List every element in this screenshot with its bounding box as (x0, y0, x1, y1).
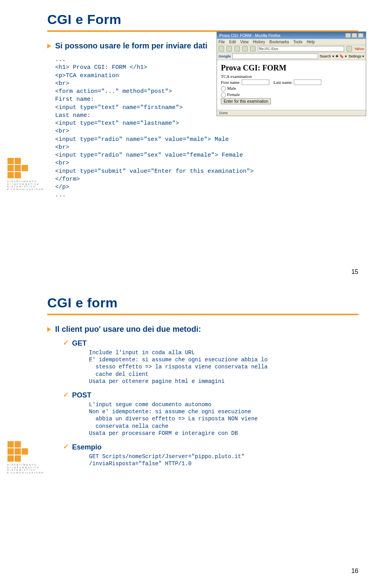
page-h1: Prova CGI: FORM (221, 63, 362, 72)
settings-button[interactable]: Settings ▾ (348, 54, 364, 58)
female-row: Female (221, 92, 362, 98)
browser-viewport: Prova CGI: FORM TCA examination First na… (217, 60, 366, 110)
name-row: First name: Last name: (221, 80, 362, 85)
menu-view[interactable]: View (240, 40, 249, 44)
logo-text: D I P A R T I M E N T O D I I N F O R M … (7, 180, 35, 190)
google-label: Google (219, 54, 231, 58)
check-icon: ✓ (63, 339, 69, 346)
stop-icon[interactable] (242, 46, 248, 52)
get-section: ✓ GET Include l'input in coda alla URL E… (63, 339, 358, 385)
menu-edit[interactable]: Edit (229, 40, 236, 44)
male-radio[interactable] (221, 86, 226, 91)
forward-icon[interactable] (226, 46, 232, 52)
example-section: ✓ Esempio GET Scripts/nomeScript/Jserver… (63, 443, 358, 467)
home-icon[interactable] (250, 46, 256, 52)
bullet-text: Si possono usare le form per inviare dat… (55, 41, 208, 50)
browser-statusbar: Done (217, 110, 366, 116)
post-label: POST (72, 391, 91, 399)
menu-file[interactable]: File (219, 40, 225, 44)
slide-title: CGI e form (47, 295, 358, 315)
male-label: Male (227, 86, 236, 91)
browser-menubar: File Edit View History Bookmarks Tools H… (217, 39, 366, 45)
post-section: ✓ POST L'input segue come documento auto… (63, 391, 358, 437)
menu-history[interactable]: History (253, 40, 265, 44)
maximize-icon[interactable]: □ (352, 33, 357, 38)
first-name-label: First name: (221, 80, 241, 85)
first-name-input[interactable] (242, 80, 269, 85)
bullet-text: Il client puo' usare uno dei due metodi: (55, 325, 201, 334)
slide-1: CGI e Form Si possono usare le form per … (0, 0, 378, 283)
reload-icon[interactable] (234, 46, 240, 52)
triangle-bullet-icon (47, 44, 51, 48)
slide-title: CGI e Form (47, 12, 358, 32)
menu-bookmarks[interactable]: Bookmarks (269, 40, 289, 44)
tca-text: TCA examination (221, 74, 362, 79)
google-toolbar: Google Search ▾ ✚ 🔖 ▾ Settings ▾ (217, 53, 366, 60)
back-icon[interactable] (219, 46, 224, 52)
example-label: Esempio (72, 443, 102, 451)
post-body: L'input segue come documento autonomo No… (89, 401, 358, 437)
triangle-bullet-icon (47, 327, 51, 332)
example-body: GET Scripts/nomeScript/Jserver="pippo.pl… (89, 453, 358, 467)
get-body: Include l'input in coda alla URL E' idem… (89, 349, 358, 385)
go-icon[interactable] (346, 46, 352, 52)
female-label: Female (227, 92, 240, 97)
search-button[interactable]: Search (320, 54, 331, 58)
close-icon[interactable]: × (358, 33, 363, 38)
main-bullet: Il client puo' usare uno dei due metodi: (47, 325, 358, 334)
minimize-icon[interactable]: _ (345, 33, 351, 38)
last-name-label: Last name: (274, 80, 293, 85)
url-text: file:///C:/Doc (259, 47, 278, 51)
submit-button[interactable]: Enter for this examination (221, 98, 271, 104)
disco-logo: D I P A R T I M E N T O D I I N F O R M … (7, 441, 35, 488)
google-search-input[interactable] (232, 54, 318, 59)
url-bar[interactable]: file:///C:/Doc (258, 46, 344, 52)
browser-screenshot: Prova CGI: FORM - Mozilla Firefox _ □ × … (217, 31, 366, 116)
menu-tools[interactable]: Tools (293, 40, 302, 44)
last-name-input[interactable] (294, 80, 321, 85)
female-radio[interactable] (221, 92, 226, 98)
menu-help[interactable]: Help (307, 40, 315, 44)
disco-logo: D I P A R T I M E N T O D I I N F O R M … (7, 157, 35, 205)
page-number: 16 (351, 568, 358, 575)
get-bullet: ✓ GET (63, 339, 358, 348)
example-bullet: ✓ Esempio (63, 443, 358, 451)
browser-title: Prova CGI: FORM - Mozilla Firefox (219, 33, 280, 38)
page-number: 15 (351, 268, 358, 276)
male-row: Male (221, 86, 362, 91)
slide-2: CGI e form Il client puo' usare uno dei … (0, 283, 378, 582)
check-icon: ✓ (63, 391, 69, 398)
browser-titlebar: Prova CGI: FORM - Mozilla Firefox _ □ × (217, 32, 366, 39)
yahoo-label: Yahoo (354, 47, 364, 51)
get-label: GET (72, 339, 87, 348)
logo-text: D I P A R T I M E N T O D I I N F O R M … (7, 464, 35, 474)
check-icon: ✓ (63, 443, 69, 450)
window-buttons: _ □ × (345, 33, 363, 38)
post-bullet: ✓ POST (63, 391, 358, 399)
browser-toolbar: file:///C:/Doc Yahoo (217, 45, 366, 53)
